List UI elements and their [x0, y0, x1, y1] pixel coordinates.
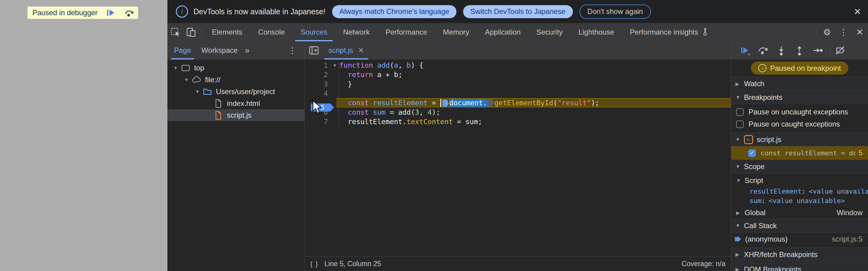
- code-editor[interactable]: 1▼function add(a, b) {2 return a + b;3 }…: [305, 59, 731, 257]
- tree-item-index.html[interactable]: index.html: [167, 97, 305, 109]
- tab-application[interactable]: Application: [477, 23, 528, 41]
- tree-item-file-[interactable]: ▼file://: [167, 74, 305, 86]
- editor-tab-close-icon[interactable]: ✕: [358, 46, 364, 55]
- step-icon: [812, 45, 823, 56]
- checkbox-checked[interactable]: ✓: [748, 149, 756, 157]
- step-over-button[interactable]: [120, 7, 138, 19]
- expander-icon[interactable]: ▼: [171, 65, 180, 70]
- paused-in-debugger-overlay: Paused in debugger: [27, 6, 138, 19]
- tab-security[interactable]: Security: [529, 23, 571, 41]
- tree-item-label: index.html: [227, 99, 260, 108]
- call-stack-frame[interactable]: (anonymous) script.js:5: [731, 233, 868, 246]
- deactivate-breakpoints-button[interactable]: [835, 44, 846, 56]
- tab-label: Memory: [443, 28, 469, 36]
- section-breakpoints[interactable]: ▼ Breakpoints: [731, 90, 868, 104]
- code-line-3[interactable]: 3 }: [305, 79, 731, 89]
- cloud-icon: [192, 76, 202, 84]
- step-into-button[interactable]: [775, 44, 787, 56]
- pause-caught-exceptions-row[interactable]: Pause on caught exceptions: [731, 118, 868, 130]
- code-line-7[interactable]: 7 resultElement.textContent = sum;: [305, 117, 731, 126]
- tab-memory[interactable]: Memory: [435, 23, 477, 41]
- tab-console[interactable]: Console: [250, 23, 293, 41]
- navigator-tab-workspace[interactable]: Workspace: [198, 41, 241, 59]
- tab-label: Console: [258, 28, 285, 36]
- notification-close-button[interactable]: ✕: [854, 6, 861, 17]
- tab-performance[interactable]: Performance: [378, 23, 435, 41]
- screen: Paused in debugger i DevTools is now ava…: [0, 0, 868, 271]
- scope-global-group[interactable]: ▶ Global Window: [731, 207, 868, 219]
- chevron-right-icon: ▶: [736, 210, 745, 216]
- tab-lighthouse[interactable]: Lighthouse: [570, 23, 622, 41]
- paused-in-debugger-label: Paused in debugger: [28, 7, 101, 19]
- inspect-element-button[interactable]: [167, 23, 183, 41]
- chevron-down-icon: ▼: [736, 223, 744, 229]
- pause-uncaught-exceptions-row[interactable]: Pause on uncaught exceptions: [731, 106, 868, 118]
- settings-gear-button[interactable]: ⚙: [819, 23, 835, 41]
- device-toolbar-button[interactable]: [183, 23, 199, 41]
- expander-icon[interactable]: ▼: [193, 89, 202, 94]
- step-button[interactable]: [812, 44, 824, 56]
- section-scope[interactable]: ▼ Scope: [731, 160, 868, 173]
- line-number[interactable]: 7: [305, 118, 330, 126]
- devtools-tab-bar: ElementsConsoleSourcesNetworkPerformance…: [167, 23, 868, 41]
- line-number[interactable]: 3: [305, 80, 330, 88]
- toggle-navigator-button[interactable]: [305, 41, 323, 59]
- breakpoint-entry[interactable]: ✓ const resultElement = doc⋯ 5: [731, 146, 868, 160]
- checkbox-unchecked[interactable]: [736, 108, 744, 116]
- more-navigator-tabs-chevron[interactable]: »: [241, 41, 253, 59]
- notification-action-button[interactable]: Always match Chrome's language: [332, 5, 457, 18]
- checkbox-unchecked[interactable]: [736, 120, 744, 128]
- tree-item-label: script.js: [227, 111, 251, 120]
- inspect-icon: [170, 27, 181, 38]
- tab-network[interactable]: Network: [335, 23, 378, 41]
- code-text: resultElement.textContent = sum;: [339, 118, 482, 126]
- tree-item-top[interactable]: ▼top: [167, 62, 305, 74]
- code-line-6[interactable]: 6 const sum = add(3, 4);: [305, 108, 731, 117]
- continue-to-marker-icon[interactable]: [442, 99, 448, 107]
- section-dom-breakpoints[interactable]: ▶ DOM Breakpoints: [731, 263, 868, 271]
- expander-icon[interactable]: ▼: [182, 77, 191, 82]
- code-line-5[interactable]: 5 const resultElement = document.getElem…: [305, 98, 731, 108]
- tab-elements[interactable]: Elements: [204, 23, 250, 41]
- scope-variable-row[interactable]: sum: <value unavailable>: [731, 196, 868, 206]
- tree-item-users-user-project[interactable]: ▼Users/user/project: [167, 86, 305, 97]
- notification-action-button[interactable]: Don't show again: [580, 5, 651, 19]
- code-text: }: [339, 80, 352, 88]
- toolbar-divider: [816, 27, 816, 37]
- tree-item-label: file://: [205, 76, 220, 84]
- scope-variable-row[interactable]: resultElement: <value unavailable>: [731, 187, 868, 196]
- info-icon: i: [758, 64, 766, 72]
- notification-action-button[interactable]: Switch DevTools to Japanese: [463, 5, 573, 18]
- resume-button[interactable]: [739, 44, 751, 56]
- fold-marker[interactable]: ▼: [330, 63, 339, 68]
- navigator-menu-button[interactable]: ⋮: [280, 41, 305, 59]
- code-line-2[interactable]: 2 return a + b;: [305, 70, 731, 79]
- step-out-button[interactable]: [794, 44, 805, 56]
- breakpoint-file-group[interactable]: ▼ ‹› script.js: [731, 132, 868, 146]
- tab-performance-insights[interactable]: Performance insights: [622, 23, 717, 41]
- close-devtools-button[interactable]: ✕: [851, 23, 868, 41]
- scope-script-group[interactable]: ▼ Script: [731, 175, 868, 187]
- resume-script-button[interactable]: [101, 7, 120, 19]
- debugger-pane: i Paused on breakpoint ▶ Watch ▼ Breakpo…: [731, 41, 868, 271]
- code-text: const resultElement = document.getElemen…: [339, 99, 599, 107]
- line-number[interactable]: 4: [305, 90, 330, 97]
- continue-to-marker-icon[interactable]: [488, 99, 494, 107]
- code-line-4[interactable]: 4: [305, 89, 731, 98]
- navigator-tab-page[interactable]: Page: [170, 41, 195, 59]
- tab-sources[interactable]: Sources: [293, 23, 335, 41]
- code-line-1[interactable]: 1▼function add(a, b) {: [305, 60, 731, 70]
- chevron-down-icon: ▼: [736, 137, 744, 142]
- line-number[interactable]: 1: [305, 61, 330, 69]
- editor-tab-scriptjs[interactable]: script.js ✕: [323, 41, 369, 59]
- line-number[interactable]: 2: [305, 71, 330, 79]
- pretty-print-button[interactable]: { }: [310, 260, 318, 268]
- step-over-button[interactable]: [757, 44, 769, 56]
- paused-on-breakpoint-label: Paused on breakpoint: [770, 64, 841, 72]
- tree-item-script.js[interactable]: script.js: [167, 109, 305, 121]
- folder-icon: [203, 88, 212, 96]
- more-options-button[interactable]: ⋮: [835, 23, 851, 41]
- section-watch[interactable]: ▶ Watch: [731, 77, 868, 90]
- section-xhr-breakpoints[interactable]: ▶ XHR/fetch Breakpoints: [731, 248, 868, 261]
- section-call-stack[interactable]: ▼ Call Stack: [731, 219, 868, 233]
